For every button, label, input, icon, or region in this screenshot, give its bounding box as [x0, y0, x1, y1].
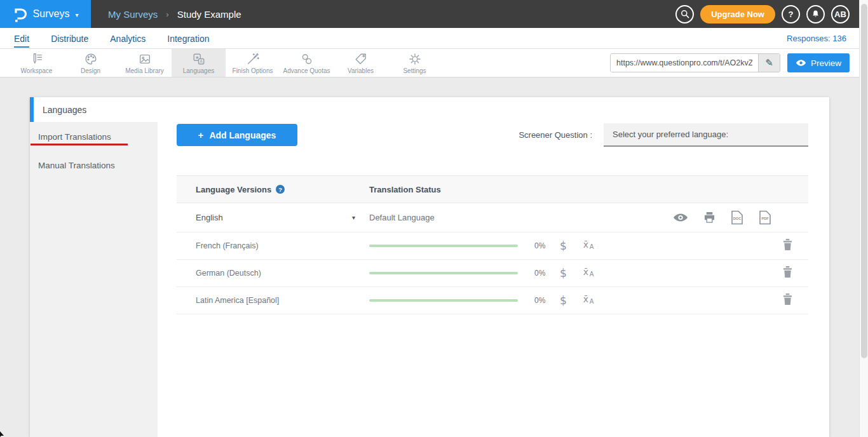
tab-distribute[interactable]: Distribute [50, 30, 90, 47]
trash-icon [783, 293, 792, 305]
auto-translate-icon[interactable]: x̄ A [583, 239, 596, 252]
sidebar-item-import-translations[interactable]: Import Translations [30, 128, 158, 149]
product-menu-button[interactable]: Surveys ▾ [0, 0, 91, 28]
responses-count-link[interactable]: Responses: 136 [787, 34, 846, 43]
header-translation-status: Translation Status [369, 185, 808, 194]
scrollbar-thumb[interactable] [861, 4, 867, 358]
advance-quotas-icon [300, 52, 314, 66]
breadcrumb-my-surveys[interactable]: My Surveys [108, 9, 158, 20]
export-pdf-icon[interactable]: PDF [759, 210, 771, 225]
toolbar-item-design[interactable]: Design [64, 49, 118, 77]
sidebar-nav: Import Translations Manual Translations [30, 122, 158, 437]
trash-icon [783, 266, 792, 278]
nav-tabs: Edit Distribute Analytics Integration [13, 30, 210, 47]
mouse-cursor [0, 431, 6, 437]
default-row-actions: DOC PDF [673, 210, 771, 225]
topbar-actions: Upgrade Now ? AB [675, 5, 850, 24]
page-content: Languages Import Translations Manual Tra… [0, 77, 859, 437]
settings-icon [408, 52, 422, 66]
tab-integration[interactable]: Integration [166, 30, 210, 47]
notifications-button[interactable] [806, 5, 825, 24]
progress-percent: 0% [534, 241, 552, 250]
language-name: German (Deutsch) [196, 269, 369, 278]
toolbar-right-group: ✎ Preview [610, 49, 850, 77]
page-scrollbar[interactable] [859, 0, 868, 437]
media-library-icon [138, 52, 152, 66]
table-row-french: French (Français) 0% $ x̄ A [177, 232, 808, 260]
paid-translation-icon[interactable]: $ [560, 294, 567, 307]
screener-question-select[interactable]: Select your preferred language: [604, 123, 808, 147]
questionpro-logo-icon [13, 5, 27, 23]
delete-language-button[interactable] [783, 293, 792, 307]
default-language-status-cell: Default Language [369, 210, 808, 225]
toolbar-item-variables[interactable]: Variables [334, 49, 388, 77]
svg-text:PDF: PDF [761, 217, 769, 220]
toolbar-item-media-library[interactable]: Media Library [118, 49, 172, 77]
toolbar-item-advance-quotas[interactable]: Advance Quotas [280, 49, 334, 77]
breadcrumb-separator-icon: › [166, 10, 168, 19]
edit-url-button[interactable]: ✎ [758, 54, 780, 72]
paid-translation-icon[interactable]: $ [560, 239, 567, 252]
language-status-cell: 0% $ x̄ A [369, 266, 808, 280]
table-row-german: German (Deutsch) 0% $ x̄ A [177, 260, 808, 287]
help-glyph: ? [789, 10, 794, 19]
table-header-row: Language Versions ? Translation Status [177, 175, 808, 203]
design-icon [84, 52, 98, 66]
eye-icon [796, 59, 806, 67]
table-row-english: English ▾ Default Language [177, 203, 808, 232]
toolbar-item-finish-options[interactable]: Finish Options [226, 49, 280, 77]
chevron-down-icon: ▾ [75, 11, 78, 18]
bell-icon [811, 9, 820, 19]
view-eye-icon[interactable] [673, 213, 688, 222]
edit-toolbar: Workspace Design Media Library ★ A Langu… [0, 49, 859, 77]
tab-analytics[interactable]: Analytics [109, 30, 147, 47]
avatar-initials: AB [834, 10, 846, 19]
header-language-versions: Language Versions ? [196, 185, 369, 194]
table-row-latin-america: Latin America [Español] 0% $ x̄ A [177, 287, 808, 314]
print-icon[interactable] [703, 212, 715, 224]
survey-url-box: ✎ [610, 53, 780, 72]
progress-percent: 0% [534, 296, 552, 305]
languages-card: Languages Import Translations Manual Tra… [30, 97, 829, 437]
default-language-dropdown[interactable]: English ▾ [196, 213, 369, 222]
languages-icon: ★ A [192, 52, 206, 66]
progress-percent: 0% [534, 269, 552, 278]
red-annotation-underline [31, 144, 128, 145]
search-button[interactable] [675, 5, 694, 24]
delete-language-button[interactable] [783, 266, 792, 280]
breadcrumb-current-survey: Study Example [177, 9, 241, 20]
toolbar-item-settings[interactable]: Settings [388, 49, 442, 77]
sidebar-title: Languages [30, 97, 158, 122]
trash-icon [783, 239, 792, 250]
add-languages-button[interactable]: + Add Languages [177, 124, 297, 146]
tab-edit[interactable]: Edit [13, 30, 31, 47]
language-name: French (Français) [196, 241, 369, 250]
auto-translate-icon[interactable]: x̄ A [583, 267, 596, 279]
sidebar-item-manual-translations[interactable]: Manual Translations [30, 157, 158, 174]
avatar[interactable]: AB [831, 5, 850, 24]
languages-sidebar: Languages Import Translations Manual Tra… [30, 97, 158, 437]
export-doc-icon[interactable]: DOC [731, 210, 743, 225]
help-button[interactable]: ? [782, 5, 800, 24]
language-versions-table: Language Versions ? Translation Status E… [177, 175, 808, 314]
chevron-down-icon: ▾ [352, 214, 355, 221]
help-icon[interactable]: ? [276, 185, 285, 194]
screener-question-group: Screener Question : Select your preferre… [519, 123, 808, 147]
paid-translation-icon[interactable]: $ [560, 267, 567, 279]
toolbar-item-languages[interactable]: ★ A Languages [172, 49, 226, 77]
languages-main-panel: + Add Languages Screener Question : Sele… [158, 97, 829, 437]
language-name: Latin America [Español] [196, 296, 369, 305]
action-row: + Add Languages Screener Question : Sele… [177, 123, 808, 147]
delete-language-button[interactable] [783, 239, 792, 253]
auto-translate-icon[interactable]: x̄ A [583, 294, 596, 307]
toolbar-item-workspace[interactable]: Workspace [10, 49, 64, 77]
product-label: Surveys [33, 8, 70, 20]
language-status-cell: 0% $ x̄ A [369, 293, 808, 307]
survey-nav-bar: Edit Distribute Analytics Integration Re… [0, 28, 859, 49]
upgrade-now-button[interactable]: Upgrade Now [700, 5, 775, 24]
translation-progress-bar [369, 245, 518, 247]
survey-url-input[interactable] [611, 54, 758, 72]
finish-options-icon [246, 52, 260, 66]
svg-text:A: A [200, 59, 203, 64]
preview-button[interactable]: Preview [787, 53, 850, 72]
